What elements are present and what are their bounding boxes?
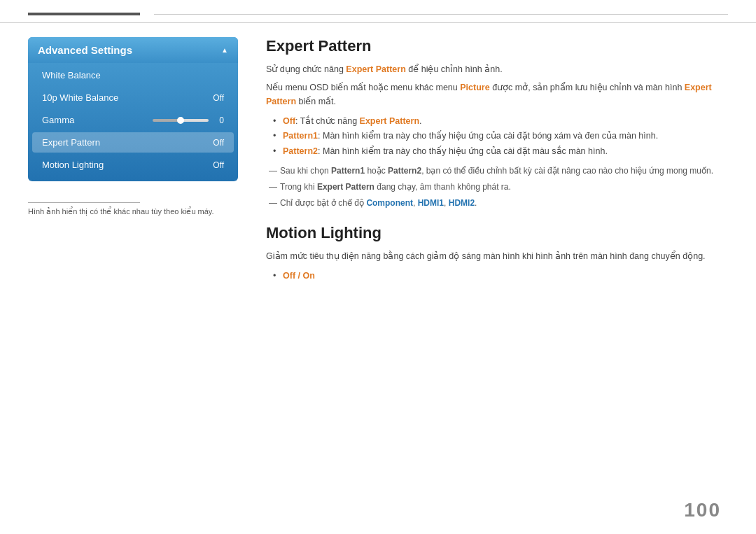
menu-item-motion-lighting[interactable]: Motion Lighting Off xyxy=(32,155,234,175)
left-panel: Advanced Settings ▲ White Balance 10p Wh… xyxy=(28,37,238,290)
motion-lighting-title: Motion Lighting xyxy=(266,224,728,242)
top-bar-dark-line xyxy=(28,13,140,15)
menu-title: Advanced Settings ▲ xyxy=(28,37,238,63)
highlight-picture: Picture xyxy=(460,83,489,92)
menu-title-arrow: ▲ xyxy=(221,46,228,54)
footnote: Hình ảnh hiển thị có thể khác nhau tùy t… xyxy=(28,202,238,216)
menu-item-value: Off xyxy=(213,138,224,148)
motion-lighting-desc: Giảm mức tiêu thụ điện năng bằng cách gi… xyxy=(266,249,728,263)
menu-item-10p-white-balance[interactable]: 10p White Balance Off xyxy=(32,87,234,108)
gamma-value: 0 xyxy=(213,115,224,125)
menu-item-label: White Balance xyxy=(42,70,101,80)
menu-title-text: Advanced Settings xyxy=(38,44,132,56)
expert-pattern-desc2: Nếu menu OSD biến mất hoặc menu khác men… xyxy=(266,80,728,108)
highlight-component: Component xyxy=(366,198,413,208)
dash-note-1: Sau khi chọn Pattern1 hoặc Pattern2, bạn… xyxy=(266,164,728,178)
menu-item-label: Expert Pattern xyxy=(42,137,100,148)
menu-item-gamma[interactable]: Gamma 0 xyxy=(32,110,234,130)
highlight-hdmi2: HDMI2 xyxy=(449,198,475,208)
menu-item-white-balance[interactable]: White Balance xyxy=(32,65,234,85)
advanced-settings-menu: Advanced Settings ▲ White Balance 10p Wh… xyxy=(28,37,238,181)
highlight-off: Off xyxy=(283,116,295,126)
expert-pattern-bullets: Off: Tắt chức năng Expert Pattern. Patte… xyxy=(273,114,728,159)
gamma-slider-container: 0 xyxy=(153,115,224,125)
highlight-pattern1: Pattern1 xyxy=(283,131,318,141)
expert-pattern-title: Expert Pattern xyxy=(266,37,728,55)
bullet-pattern1: Pattern1: Màn hình kiểm tra này cho thấy… xyxy=(273,129,728,143)
dash-note-2: Trong khi Expert Pattern đang chạy, âm t… xyxy=(266,181,728,194)
bullet-off-on: Off / On xyxy=(273,269,728,283)
bullet-off: Off: Tắt chức năng Expert Pattern. xyxy=(273,114,728,129)
bullet-pattern2: Pattern2: Màn hình kiểm tra này cho thấy… xyxy=(273,144,728,159)
menu-item-label: Motion Lighting xyxy=(42,160,104,170)
menu-item-label: 10p White Balance xyxy=(42,92,118,103)
motion-lighting-bullets: Off / On xyxy=(273,269,728,283)
highlight-off-on: Off / On xyxy=(283,271,315,281)
highlight-expert-pattern: Expert Pattern xyxy=(346,64,405,74)
page-number: 100 xyxy=(684,499,721,521)
right-panel: Expert Pattern Sử dụng chức năng Expert … xyxy=(266,37,728,290)
dash-note-3: Chỉ được bật ở chế độ Component, HDMI1, … xyxy=(266,197,728,210)
footnote-divider xyxy=(28,202,140,203)
menu-item-expert-pattern[interactable]: Expert Pattern Off xyxy=(32,132,234,153)
top-bar-light-line xyxy=(154,14,728,15)
footnote-text: Hình ảnh hiển thị có thể khác nhau tùy t… xyxy=(28,207,214,216)
gamma-slider-thumb xyxy=(177,117,184,124)
menu-item-value: Off xyxy=(213,93,224,103)
menu-item-value: Off xyxy=(213,160,224,170)
expert-pattern-desc1: Sử dụng chức năng Expert Pattern để hiệu… xyxy=(266,62,728,76)
top-bar xyxy=(0,0,756,23)
expert-pattern-section: Expert Pattern Sử dụng chức năng Expert … xyxy=(266,37,728,210)
highlight-pattern2: Pattern2 xyxy=(283,146,318,156)
highlight-expert-fn: Expert Pattern xyxy=(360,116,419,126)
menu-item-label: Gamma xyxy=(42,115,74,125)
motion-lighting-section: Motion Lighting Giảm mức tiêu thụ điện n… xyxy=(266,224,728,283)
gamma-slider xyxy=(153,119,209,122)
main-content: Advanced Settings ▲ White Balance 10p Wh… xyxy=(0,23,756,304)
highlight-hdmi1: HDMI1 xyxy=(418,198,444,208)
